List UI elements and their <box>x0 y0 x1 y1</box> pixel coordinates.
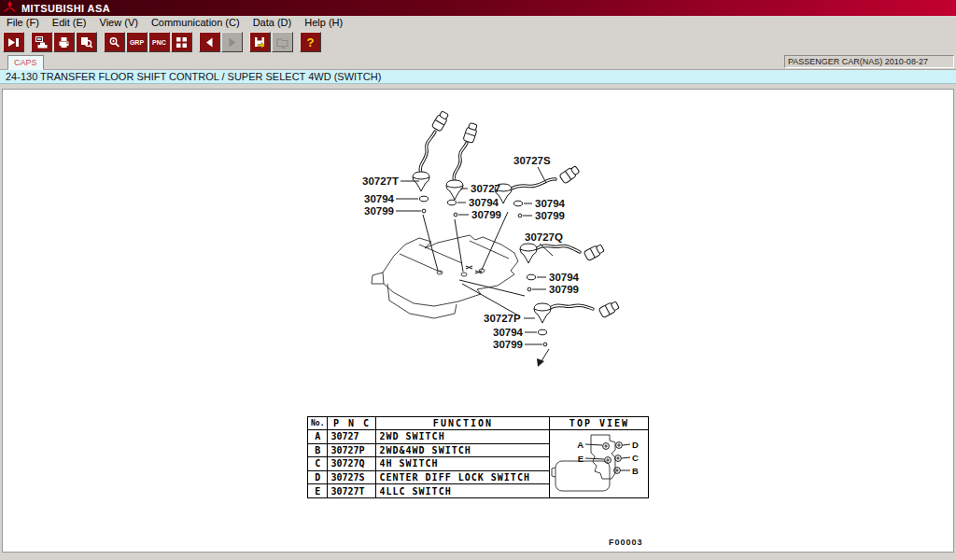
parts-table: No. P N C FUNCTION TOP VIEW A 30727 2WD … <box>307 416 649 498</box>
help-icon: ? <box>307 35 315 49</box>
figure-code: F00003 <box>609 538 643 547</box>
row-function: 4LLC SWITCH <box>376 484 550 498</box>
export-folder-icon <box>275 35 289 49</box>
transfer-case-outline <box>372 235 518 318</box>
top-view-label-c: C <box>632 453 639 463</box>
row-pnc[interactable]: 30727Q <box>328 457 376 471</box>
top-view-label-b: B <box>632 466 639 476</box>
print-screen-icon <box>35 35 49 49</box>
part-label-30794-left[interactable]: 30794 <box>364 193 395 204</box>
parts-table-header-row: No. P N C FUNCTION TOP VIEW <box>308 417 649 430</box>
row-no: B <box>308 443 328 457</box>
row-pnc[interactable]: 30727T <box>328 484 376 498</box>
menu-view[interactable]: View (V) <box>93 16 145 30</box>
row-no: A <box>308 430 328 444</box>
row-function: 4H SWITCH <box>376 457 550 471</box>
part-label-30727s[interactable]: 30727S <box>513 155 551 166</box>
part-label-30799-mid[interactable]: 30799 <box>471 209 501 220</box>
table-row[interactable]: A 30727 2WD SWITCH <box>308 430 649 444</box>
catalog-info-field: PASSENGER CAR(NAS) 2010-08-27 <box>784 55 954 68</box>
part-label-30794-q[interactable]: 30794 <box>549 272 580 283</box>
menu-bar: File (F) Edit (E) View (V) Communication… <box>0 16 956 30</box>
row-function: CENTER DIFF LOCK SWITCH <box>376 470 550 484</box>
top-view-label-d: D <box>632 440 639 450</box>
print-icon <box>57 35 71 49</box>
part-label-30727[interactable]: 30727 <box>471 183 500 194</box>
zoom-icon <box>107 35 121 49</box>
mitsubishi-logo-icon <box>3 1 17 15</box>
save-button[interactable] <box>249 32 271 52</box>
top-view-diagram: A E D C B <box>550 430 647 495</box>
cable-connectors <box>431 110 620 318</box>
part-label-30799-left[interactable]: 30799 <box>364 205 394 217</box>
section-title: 24-130 TRANSFER FLOOR SHIFT CONTROL / SU… <box>6 71 381 82</box>
row-no: E <box>308 484 328 498</box>
part-label-30794-right[interactable]: 30794 <box>535 198 566 209</box>
menu-edit[interactable]: Edit (E) <box>46 16 93 30</box>
forward-button[interactable] <box>221 32 243 52</box>
part-label-30727q[interactable]: 30727Q <box>525 231 563 243</box>
part-label-30794-mid[interactable]: 30794 <box>469 197 499 208</box>
col-header-pnc: P N C <box>328 417 376 430</box>
toolbar: GRP PNC ? <box>0 30 956 54</box>
col-header-function: FUNCTION <box>376 417 550 430</box>
back-button[interactable] <box>199 32 220 52</box>
section-title-bar: 24-130 TRANSFER FLOOR SHIFT CONTROL / SU… <box>0 70 956 84</box>
export-button[interactable] <box>272 32 293 52</box>
back-icon <box>203 35 217 49</box>
exit-button[interactable] <box>3 32 24 52</box>
print-preview-icon <box>79 35 93 49</box>
row-no: D <box>308 470 328 484</box>
top-view-label-e: E <box>578 454 583 464</box>
col-header-topview: TOP VIEW <box>550 417 649 430</box>
illustration-pane: 30727T 30794 30799 30727 30794 30799 307… <box>2 89 954 553</box>
part-label-30727t[interactable]: 30727T <box>362 175 399 187</box>
pnc-label: PNC <box>152 39 166 46</box>
part-label-30799-q[interactable]: 30799 <box>549 284 579 295</box>
menu-communication[interactable]: Communication (C) <box>145 16 246 30</box>
top-view-label-a: A <box>578 440 584 450</box>
part-label-30794-p[interactable]: 30794 <box>493 327 524 338</box>
thumbnail-grid-button[interactable] <box>171 32 192 52</box>
tab-caps[interactable]: CAPS <box>7 55 44 70</box>
row-pnc[interactable]: 30727P <box>328 443 376 457</box>
window-titlebar: MITSUBISHI ASA <box>0 0 956 16</box>
tab-row: CAPS PASSENGER CAR(NAS) 2010-08-27 <box>0 54 956 70</box>
row-pnc[interactable]: 30727 <box>328 430 376 444</box>
thumbnail-grid-icon <box>175 35 189 49</box>
part-label-30799-p[interactable]: 30799 <box>493 339 523 350</box>
part-label-30799-right[interactable]: 30799 <box>535 210 565 221</box>
window-title: MITSUBISHI ASA <box>21 3 110 14</box>
col-header-no: No. <box>308 417 328 430</box>
row-function: 2WD SWITCH <box>376 430 550 444</box>
part-label-30727p[interactable]: 30727P <box>484 313 521 324</box>
top-view-cell: A E D C B <box>550 430 649 498</box>
print-screen-button[interactable] <box>31 32 52 52</box>
row-pnc[interactable]: 30727S <box>328 470 376 484</box>
menu-data[interactable]: Data (D) <box>246 16 299 30</box>
print-button[interactable] <box>53 32 75 52</box>
menu-help[interactable]: Help (H) <box>298 16 349 30</box>
help-button[interactable]: ? <box>300 32 321 52</box>
row-function: 2WD&4WD SWITCH <box>376 443 550 457</box>
row-no: C <box>308 457 328 471</box>
group-search-button[interactable]: GRP <box>126 32 148 52</box>
grp-label: GRP <box>130 39 144 46</box>
switch-bodies <box>413 172 551 323</box>
menu-file[interactable]: File (F) <box>0 16 46 30</box>
forward-icon <box>225 35 239 49</box>
pnc-search-button[interactable]: PNC <box>148 32 170 52</box>
save-icon <box>253 35 267 49</box>
zoom-button[interactable] <box>104 32 125 52</box>
print-preview-button[interactable] <box>76 32 97 52</box>
exit-icon <box>7 35 21 49</box>
